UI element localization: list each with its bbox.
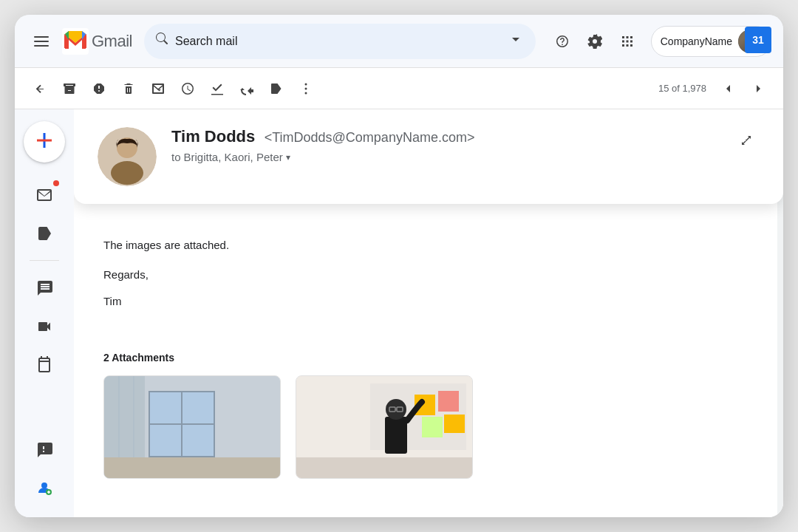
- sender-name-row: Tim Dodds <TimDodds@CompanyName.com>: [171, 127, 718, 146]
- attachment-2[interactable]: [296, 375, 473, 479]
- pagination-text: 15 of 1,978: [658, 83, 706, 94]
- body-line-name: Tim: [103, 293, 739, 310]
- top-icons: [548, 27, 642, 56]
- move-button[interactable]: [233, 75, 260, 102]
- sidebar-item-chat[interactable]: [27, 270, 62, 305]
- attachments-grid: [103, 375, 739, 479]
- svg-rect-1: [34, 41, 49, 42]
- apps-button[interactable]: [613, 27, 642, 56]
- svg-rect-31: [438, 391, 459, 412]
- svg-rect-33: [444, 415, 465, 433]
- help-button[interactable]: [548, 27, 577, 56]
- compose-button[interactable]: [24, 121, 65, 163]
- search-input[interactable]: Search mail: [175, 35, 502, 48]
- gmail-window: 31 Gmail: [15, 15, 783, 517]
- attachment-1[interactable]: [103, 375, 281, 479]
- next-button[interactable]: [745, 75, 771, 102]
- back-button[interactable]: [27, 75, 53, 102]
- calendar-badge[interactable]: 31: [745, 27, 771, 53]
- pagination: 15 of 1,978: [658, 75, 771, 102]
- search-icon: [156, 33, 169, 50]
- sidebar-item-labels[interactable]: [27, 216, 62, 251]
- prev-button[interactable]: [715, 75, 742, 102]
- attachments-section: 2 Attachments: [74, 352, 783, 494]
- main-area: Tim Dodds <TimDodds@CompanyName.com> to …: [15, 109, 783, 517]
- sidebar-item-meet[interactable]: [27, 308, 62, 344]
- body-line-regards: Regards,: [103, 266, 739, 284]
- to-label: to: [171, 151, 181, 163]
- more-button[interactable]: [293, 75, 319, 102]
- delete-button[interactable]: [115, 75, 142, 102]
- sender-info: Tim Dodds <TimDodds@CompanyName.com> to …: [171, 127, 718, 163]
- svg-point-4: [305, 83, 307, 85]
- svg-rect-2: [34, 45, 49, 47]
- svg-rect-34: [385, 417, 407, 454]
- labels-button[interactable]: [263, 75, 290, 102]
- svg-rect-32: [422, 417, 443, 437]
- email-content: Tim Dodds <TimDodds@CompanyName.com> to …: [74, 109, 783, 517]
- settings-button[interactable]: [580, 27, 610, 56]
- email-body: The images are attached. Regards, Tim: [74, 219, 783, 334]
- svg-rect-39: [296, 457, 473, 479]
- svg-rect-26: [104, 457, 281, 479]
- sidebar-divider: [30, 260, 59, 261]
- gmail-logo: Gmail: [62, 28, 132, 55]
- top-bar: Gmail Search mail: [15, 15, 783, 68]
- search-dropdown-button[interactable]: [508, 32, 524, 51]
- svg-point-13: [111, 161, 143, 185]
- recipients-dropdown[interactable]: ▾: [286, 152, 290, 163]
- body-line-1: The images are attached.: [103, 236, 739, 254]
- sidebar-item-mail[interactable]: [27, 177, 62, 213]
- recipients: Brigitta, Kaori, Peter: [184, 151, 283, 163]
- sidebar-item-calendar[interactable]: [27, 347, 62, 382]
- sidebar: [15, 109, 74, 517]
- svg-point-6: [305, 92, 307, 94]
- sender-avatar: [98, 127, 157, 186]
- archive-button[interactable]: [56, 75, 83, 102]
- sidebar-item-feedback[interactable]: [27, 432, 62, 467]
- mark-read-button[interactable]: [145, 75, 171, 102]
- done-button[interactable]: [204, 75, 231, 102]
- svg-rect-0: [34, 36, 49, 38]
- attachments-header: 2 Attachments: [103, 352, 739, 364]
- mail-badge: [53, 180, 59, 186]
- spam-button[interactable]: [86, 75, 112, 102]
- svg-point-9: [41, 482, 47, 488]
- account-name: CompanyName: [661, 35, 732, 47]
- snooze-button[interactable]: [174, 75, 201, 102]
- svg-point-5: [305, 87, 307, 89]
- expand-button[interactable]: [733, 127, 760, 154]
- sender-name: Tim Dodds: [171, 127, 255, 146]
- sender-card: Tim Dodds <TimDodds@CompanyName.com> to …: [74, 109, 783, 204]
- gmail-text: Gmail: [92, 32, 132, 51]
- toolbar: 15 of 1,978: [15, 68, 783, 109]
- compose-icon: [31, 127, 58, 157]
- menu-button[interactable]: [27, 27, 56, 56]
- search-bar[interactable]: Search mail: [144, 24, 536, 59]
- sender-to: to Brigitta, Kaori, Peter ▾: [171, 151, 718, 163]
- sidebar-item-contacts[interactable]: [27, 470, 62, 505]
- sender-email-address: <TimDodds@CompanyName.com>: [265, 130, 475, 145]
- svg-rect-22: [149, 423, 215, 425]
